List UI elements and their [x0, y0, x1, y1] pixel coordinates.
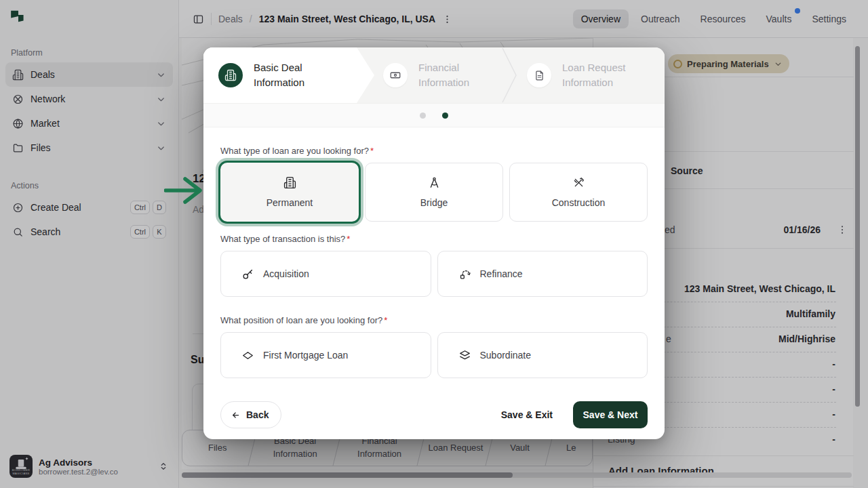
option-label: First Mortgage Loan [263, 350, 348, 361]
option-subordinate[interactable]: Subordinate [437, 332, 648, 378]
question-label: What position of loan are you looking fo… [220, 315, 648, 325]
required-asterisk: * [370, 146, 374, 156]
wizard-pagination [203, 103, 665, 127]
modal-footer: Back Save & Exit Save & Next [220, 401, 648, 428]
required-asterisk: * [347, 234, 350, 244]
wizard-step-title: Loan Request Information [562, 60, 644, 90]
drafting-compass-icon [428, 176, 441, 189]
wizard-step-title: Basic Deal Information [254, 60, 335, 90]
annotation-arrow-icon [164, 176, 206, 205]
layers-icon [458, 349, 471, 362]
option-bridge[interactable]: Bridge [365, 163, 503, 222]
step-chevron-separator [502, 47, 517, 103]
save-and-exit-button[interactable]: Save & Exit [492, 401, 562, 428]
diamond-icon [241, 349, 254, 362]
wizard-step-loan-request-information[interactable]: Loan Request Information [517, 47, 644, 103]
wizard-step-title: Financial Information [418, 60, 500, 90]
option-first-mortgage-loan[interactable]: First Mortgage Loan [220, 332, 431, 378]
building-icon [283, 176, 296, 189]
arrow-left-icon [231, 410, 241, 420]
question-transaction-type: What type of transaction is this?* Acqui… [220, 234, 648, 297]
option-acquisition[interactable]: Acquisition [220, 251, 431, 297]
back-label: Back [246, 409, 269, 420]
wizard-steps-header: Basic Deal Information Financial Informa… [203, 47, 665, 103]
page-dot[interactable] [420, 113, 426, 119]
tools-icon [572, 176, 585, 189]
option-label: Permanent [267, 197, 313, 208]
key-icon [241, 268, 254, 281]
option-label: Refinance [480, 268, 523, 279]
refresh-icon [458, 268, 471, 281]
app-window: 12 Ad Su Files Basic Deal Information Fi… [0, 0, 868, 488]
save-and-next-button[interactable]: Save & Next [573, 401, 648, 428]
option-permanent[interactable]: Permanent [220, 163, 359, 222]
option-refinance[interactable]: Refinance [437, 251, 648, 297]
question-label: What type of loan are you looking for?* [220, 146, 648, 156]
option-label: Subordinate [480, 350, 532, 361]
wizard-step-financial-information[interactable]: Financial Information [374, 47, 500, 103]
question-loan-type: What type of loan are you looking for?* … [220, 146, 648, 222]
deal-wizard-modal: Basic Deal Information Financial Informa… [203, 47, 665, 439]
page-dot-active[interactable] [442, 113, 448, 119]
option-construction[interactable]: Construction [509, 163, 648, 222]
option-label: Construction [552, 197, 606, 208]
back-button[interactable]: Back [220, 401, 281, 428]
question-loan-position: What position of loan are you looking fo… [220, 315, 648, 378]
building-icon [224, 69, 237, 81]
banknote-icon [389, 69, 401, 81]
wizard-step-basic-deal-information[interactable]: Basic Deal Information [203, 47, 374, 103]
required-asterisk: * [384, 315, 387, 325]
file-text-icon [534, 70, 545, 81]
option-label: Bridge [420, 197, 448, 208]
question-label: What type of transaction is this?* [220, 234, 648, 244]
option-label: Acquisition [263, 268, 309, 279]
